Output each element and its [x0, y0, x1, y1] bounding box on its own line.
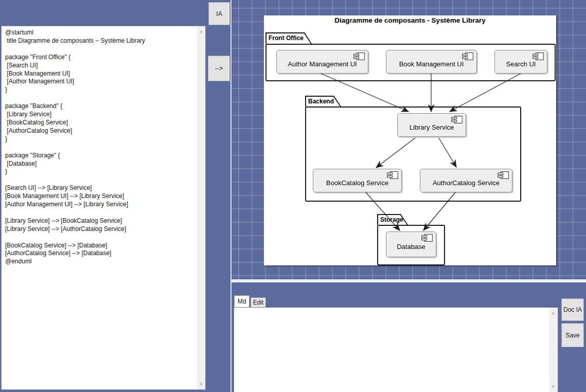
- tab-edit[interactable]: Edit: [251, 297, 266, 307]
- component-icon: [387, 171, 398, 179]
- package-backend-label: Backend: [308, 98, 334, 105]
- save-button[interactable]: Save: [561, 323, 584, 347]
- component-book-management-ui: Book Management UI: [386, 50, 477, 74]
- diagram-canvas: Diagramme de composants - Système Librar…: [264, 15, 556, 265]
- package-front-office-tab: Front Office: [265, 32, 312, 44]
- component-library-service: Library Service: [397, 113, 466, 137]
- package-storage-tab: Storage: [377, 214, 408, 225]
- component-icon: [532, 52, 544, 60]
- scroll-down-icon[interactable]: ∨: [197, 381, 205, 386]
- plantuml-code-input[interactable]: @startuml title Diagramme de composants …: [2, 26, 197, 389]
- diagram-title: Diagramme de composants - Système Librar…: [264, 16, 556, 24]
- scroll-up-icon[interactable]: ∧: [549, 311, 558, 316]
- component-icon: [353, 52, 365, 60]
- component-icon: [451, 116, 463, 123]
- component-label: Book Management UI: [399, 60, 464, 68]
- package-backend-tab: Backend: [305, 96, 341, 106]
- component-database: Database: [386, 231, 436, 257]
- component-search-ui: Search UI: [494, 50, 547, 74]
- component-author-management-ui: Author Management UI: [276, 50, 368, 74]
- component-label: Author Management UI: [288, 60, 357, 68]
- component-icon: [462, 52, 473, 60]
- package-storage-label: Storage: [380, 216, 403, 223]
- ia-button[interactable]: IA: [208, 2, 230, 25]
- doc-ia-button[interactable]: Doc IA: [561, 298, 584, 321]
- doc-editor-panel: ∧ ∨: [234, 307, 558, 392]
- app-window: @startuml title Diagramme de composants …: [0, 0, 586, 392]
- component-icon: [421, 234, 433, 242]
- component-label: BookCatalog Service: [326, 179, 388, 187]
- component-label: Search UI: [506, 60, 536, 68]
- component-bookcatalog-service: BookCatalog Service: [313, 169, 402, 192]
- doc-scrollbar[interactable]: ∧ ∨: [549, 308, 558, 392]
- component-authorcatalog-service: AuthorCatalog Service: [420, 169, 512, 192]
- diagram-viewport[interactable]: Diagramme de composants - Système Librar…: [232, 0, 586, 279]
- tab-md[interactable]: Md: [234, 295, 250, 307]
- editor-scrollbar[interactable]: ∧ ∨: [197, 26, 205, 389]
- doc-markdown-input[interactable]: [234, 308, 548, 392]
- plantuml-editor-panel: @startuml title Diagramme de composants …: [1, 26, 206, 390]
- component-label: Library Service: [410, 123, 454, 131]
- component-icon: [498, 171, 509, 179]
- scroll-down-icon[interactable]: ∨: [549, 384, 558, 389]
- component-label: AuthorCatalog Service: [433, 179, 500, 187]
- generate-diagram-button[interactable]: -->: [208, 56, 230, 81]
- component-label: Database: [397, 243, 425, 251]
- package-front-office-label: Front Office: [269, 34, 304, 42]
- scroll-up-icon[interactable]: ∧: [197, 29, 205, 34]
